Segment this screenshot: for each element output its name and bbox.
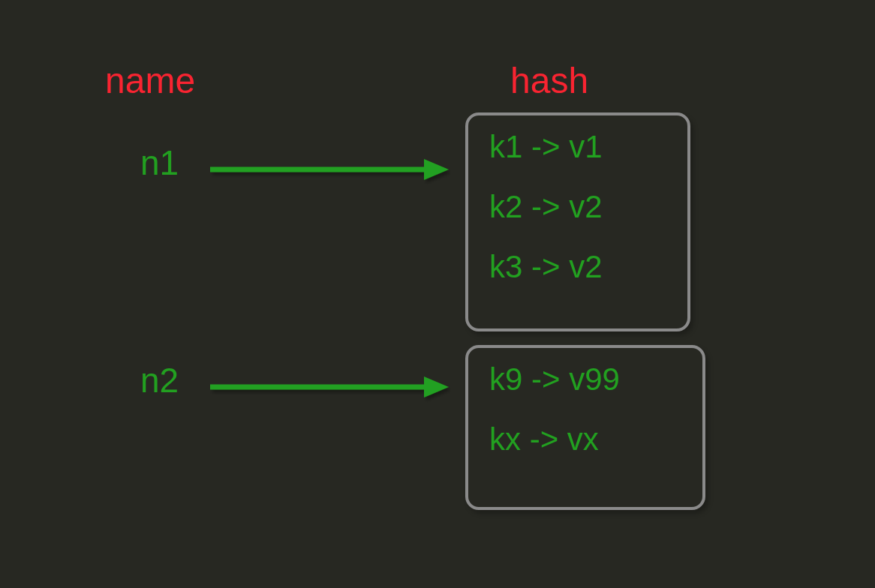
arrow-icon (210, 158, 450, 190)
hash-entry: k1 -> v1 (489, 129, 666, 165)
name-n2-label: n2 (140, 360, 179, 400)
hash-box-1: k1 -> v1 k2 -> v2 k3 -> v2 (465, 112, 690, 332)
hash-entry: k3 -> v2 (489, 249, 666, 285)
header-name-column: name (105, 60, 195, 101)
hash-entry: k2 -> v2 (489, 189, 666, 225)
svg-marker-3 (424, 376, 449, 398)
name-n1-label: n1 (140, 142, 179, 183)
hash-entry: kx -> vx (489, 422, 681, 458)
hash-box-2: k9 -> v99 kx -> vx (465, 345, 705, 510)
header-hash-column: hash (510, 60, 588, 101)
hash-entry: k9 -> v99 (489, 362, 681, 398)
svg-marker-1 (424, 159, 449, 180)
arrow-icon (210, 375, 450, 408)
